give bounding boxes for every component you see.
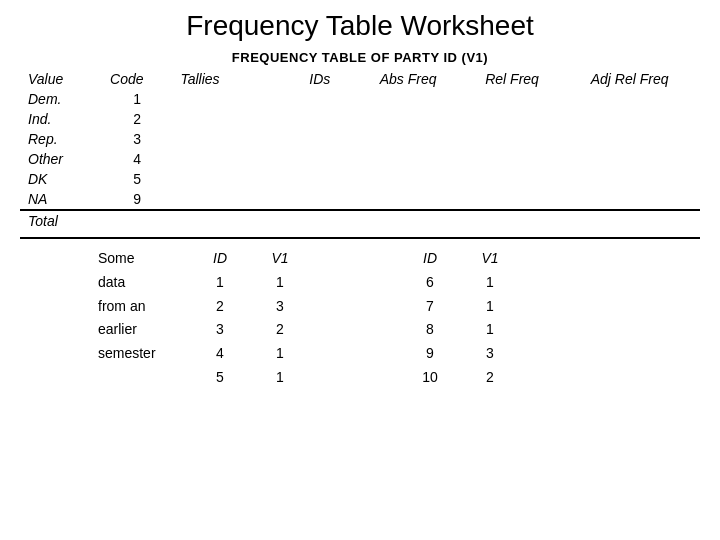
table-row-empty: [301, 89, 371, 109]
table-row-code: 1: [102, 89, 172, 109]
table-row-empty: [172, 149, 301, 169]
table-row-empty: [172, 109, 301, 129]
table-row-code: 9: [102, 189, 172, 210]
bottom-col3-cell: 8: [400, 318, 460, 342]
table-row-empty: [583, 210, 700, 231]
table-row-code: 2: [102, 109, 172, 129]
bottom-col2: V1 13211: [250, 247, 310, 390]
bottom-col2-cell: 1: [250, 342, 310, 366]
bottom-col3: ID 678910: [400, 247, 460, 390]
table-row-value: Other: [20, 149, 102, 169]
table-row-empty: [172, 189, 301, 210]
bottom-col1-cell: 3: [190, 318, 250, 342]
table-row-value: Total: [20, 210, 102, 231]
bottom-col1-cell: 1: [190, 271, 250, 295]
table-row-empty: [583, 109, 700, 129]
table-row-empty: [583, 169, 700, 189]
frequency-table: Value Code Tallies IDs Abs Freq Rel Freq…: [20, 69, 700, 231]
header-value: Value: [20, 69, 102, 89]
table-row-empty: [477, 169, 583, 189]
table-row-value: Dem.: [20, 89, 102, 109]
table-row-empty: [172, 129, 301, 149]
bottom-col4: V1 11132: [460, 247, 520, 390]
bottom-data-left: ID 12345 V1 13211: [190, 247, 310, 390]
table-row-empty: [301, 109, 371, 129]
table-divider: [20, 237, 700, 239]
table-row-empty: [172, 89, 301, 109]
table-row-empty: [301, 210, 371, 231]
bottom-col1: ID 12345: [190, 247, 250, 390]
bottom-col2-cell: 2: [250, 318, 310, 342]
bottom-data-section: Somedatafrom anearliersemester ID 12345 …: [20, 247, 700, 390]
table-row-empty: [372, 169, 478, 189]
bottom-col2-cell: 3: [250, 295, 310, 319]
table-row-code: [102, 210, 172, 231]
bottom-col3-cell: 7: [400, 295, 460, 319]
page-title: Frequency Table Worksheet: [186, 10, 534, 42]
bottom-mid-spacer: [310, 247, 400, 390]
table-row-code: 5: [102, 169, 172, 189]
table-row-empty: [583, 89, 700, 109]
table-row-empty: [583, 189, 700, 210]
table-row-empty: [372, 149, 478, 169]
table-row-empty: [372, 189, 478, 210]
bottom-col4-cell: 1: [460, 318, 520, 342]
table-row-value: Rep.: [20, 129, 102, 149]
table-row-code: 4: [102, 149, 172, 169]
bottom-col2-cell: 1: [250, 271, 310, 295]
bottom-text-line: from an: [98, 295, 190, 319]
table-row-value: DK: [20, 169, 102, 189]
bottom-col3-cell: 6: [400, 271, 460, 295]
bottom-text-col: Somedatafrom anearliersemester: [90, 247, 190, 390]
bottom-col1-cell: 5: [190, 366, 250, 390]
table-row-empty: [477, 210, 583, 231]
bottom-text-line: semester: [98, 342, 190, 366]
table-row-empty: [477, 129, 583, 149]
table-row-empty: [477, 189, 583, 210]
header-tallies: Tallies: [172, 69, 301, 89]
bottom-col4-cell: 2: [460, 366, 520, 390]
bottom-col3-cell: 9: [400, 342, 460, 366]
bottom-col2-cell: 1: [250, 366, 310, 390]
table-row-empty: [301, 169, 371, 189]
bottom-col4-cell: 3: [460, 342, 520, 366]
bottom-spacer: [20, 247, 90, 390]
table-row-empty: [477, 149, 583, 169]
bottom-col4-cell: 1: [460, 295, 520, 319]
table-row-value: NA: [20, 189, 102, 210]
header-code: Code: [102, 69, 172, 89]
table-row-empty: [372, 89, 478, 109]
table-row-empty: [372, 210, 478, 231]
table-row-empty: [372, 109, 478, 129]
table-row-value: Ind.: [20, 109, 102, 129]
table-row-empty: [301, 149, 371, 169]
bottom-data-right: ID 678910 V1 11132: [400, 247, 520, 390]
header-ids: IDs: [301, 69, 371, 89]
bottom-col1-cell: 4: [190, 342, 250, 366]
header-relfreq: Rel Freq: [477, 69, 583, 89]
header-adjrelfreq: Adj Rel Freq: [583, 69, 700, 89]
bottom-text-line: earlier: [98, 318, 190, 342]
table-row-empty: [172, 210, 301, 231]
bottom-text-line: Some: [98, 247, 190, 271]
table-row-empty: [301, 189, 371, 210]
table-row-empty: [477, 89, 583, 109]
table-row-empty: [583, 149, 700, 169]
table-row-empty: [583, 129, 700, 149]
table-subtitle: FREQUENCY TABLE OF PARTY ID (V1): [232, 50, 488, 65]
bottom-col3-header: ID: [400, 247, 460, 271]
header-absfreq: Abs Freq: [372, 69, 478, 89]
bottom-col2-header: V1: [250, 247, 310, 271]
bottom-col1-cell: 2: [190, 295, 250, 319]
bottom-col3-cell: 10: [400, 366, 460, 390]
table-row-code: 3: [102, 129, 172, 149]
bottom-col4-cell: 1: [460, 271, 520, 295]
table-row-empty: [477, 109, 583, 129]
table-row-empty: [172, 169, 301, 189]
table-row-empty: [301, 129, 371, 149]
bottom-col1-header: ID: [190, 247, 250, 271]
table-row-empty: [372, 129, 478, 149]
bottom-col4-header: V1: [460, 247, 520, 271]
bottom-text-line: data: [98, 271, 190, 295]
